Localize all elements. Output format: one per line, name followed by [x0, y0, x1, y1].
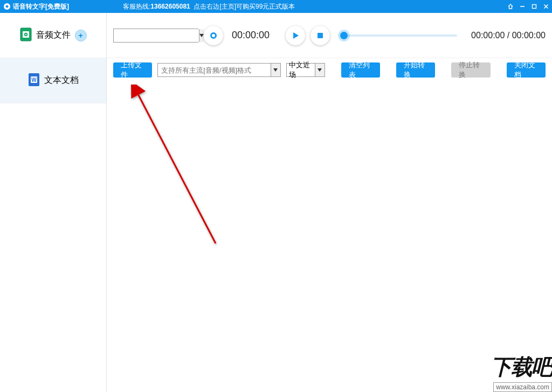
slider-thumb[interactable]: [340, 32, 348, 39]
stop-convert-button: 停止转换: [451, 62, 490, 78]
annotation-arrow-icon: [129, 85, 226, 251]
main-area: 00:00:00 00:00:00 / 00:00:00 上传文件 中文近场 清…: [107, 13, 552, 392]
close-doc-button[interactable]: 关闭文档: [507, 62, 546, 78]
maximize-button[interactable]: [528, 0, 540, 13]
chevron-down-icon[interactable]: [315, 64, 325, 76]
hotline-label: 客服热线:: [123, 3, 150, 10]
chevron-down-icon[interactable]: [199, 29, 204, 42]
position-time: 00:00:00: [471, 31, 505, 40]
format-dropdown[interactable]: [157, 63, 281, 77]
time-display: 00:00:00 / 00:00:00: [471, 31, 546, 40]
minimize-button[interactable]: [516, 0, 528, 13]
start-convert-button[interactable]: 开始转换: [396, 62, 435, 78]
file-dropdown-input[interactable]: [114, 29, 199, 42]
duration-time: 00:00:00: [512, 31, 546, 40]
stop-button[interactable]: [310, 26, 330, 45]
clear-list-button[interactable]: 清空列表: [341, 62, 380, 78]
player-toolbar: 00:00:00 00:00:00 / 00:00:00: [107, 13, 552, 58]
language-dropdown[interactable]: 中文近场: [286, 63, 325, 77]
chevron-down-icon[interactable]: [271, 64, 280, 76]
sidebar: 音频文件 + W 文本文档: [0, 13, 107, 392]
progress-slider[interactable]: [344, 34, 457, 37]
action-toolbar: 上传文件 中文近场 清空列表 开始转换 停止转换 关闭文档: [107, 58, 552, 82]
close-button[interactable]: [540, 0, 552, 13]
upload-button[interactable]: 上传文件: [113, 62, 152, 78]
text-doc-icon: W: [28, 73, 40, 89]
hotline-number: 13662605081: [150, 3, 190, 10]
svg-line-14: [137, 92, 216, 243]
sidebar-item-audio[interactable]: 音频文件 +: [0, 13, 106, 58]
time-separator: /: [505, 31, 512, 40]
hotline-text: 客服热线:13662605081 点击右边[主页]可购买99元正式版本: [123, 2, 295, 11]
sidebar-item-label: 音频文件: [36, 30, 71, 41]
hotline-tip: 点击右边[主页]可购买99元正式版本: [194, 3, 295, 10]
title-bar: 语音转文字[免费版] 客服热线:13662605081 点击右边[主页]可购买9…: [0, 0, 552, 13]
file-dropdown[interactable]: [113, 29, 198, 43]
format-input[interactable]: [158, 64, 271, 76]
svg-rect-2: [533, 5, 536, 9]
app-icon: [3, 3, 11, 10]
record-button[interactable]: [204, 26, 223, 45]
svg-rect-13: [318, 33, 323, 38]
content-area: [107, 82, 552, 392]
svg-text:W: W: [31, 77, 37, 83]
home-button[interactable]: [505, 0, 516, 13]
record-time: 00:00:00: [232, 30, 270, 41]
sidebar-item-text[interactable]: W 文本文档: [0, 58, 106, 103]
add-audio-button[interactable]: +: [75, 30, 87, 41]
app-title: 语音转文字[免费版]: [13, 2, 69, 11]
language-selected: 中文近场: [287, 64, 315, 76]
svg-point-9: [25, 33, 26, 34]
sidebar-item-label: 文本文档: [44, 75, 79, 86]
play-button[interactable]: [286, 26, 305, 45]
audio-file-icon: [20, 27, 32, 44]
